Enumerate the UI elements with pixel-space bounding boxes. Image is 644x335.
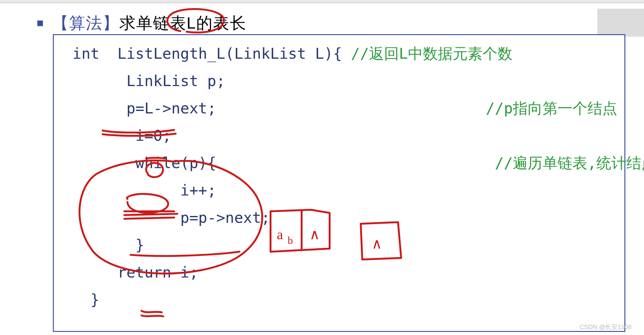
slide-title: 【算法】求单链表L的表长 — [52, 12, 247, 34]
bullet-icon — [37, 21, 43, 26]
title-bracket-open: 【 — [52, 14, 69, 32]
code-line-1-kw: int — [72, 45, 100, 62]
code-box: int ListLength_L(LinkList L){ //返回L中数据元素… — [53, 34, 625, 332]
code-line-7: p=p->next; — [72, 209, 270, 226]
corner-thumbnail — [597, 9, 644, 37]
code-line-1-name: ListLength_L(LinkList L){ — [100, 45, 351, 62]
code-line-3: p=L->next; — [72, 99, 486, 117]
slide-page: 【算法】求单链表L的表长 int ListLength_L(LinkList L… — [0, 0, 644, 335]
watermark: CSDN @长安1108 — [580, 323, 632, 331]
title-row: 【算法】求单链表L的表长 — [37, 12, 247, 34]
code-line-4: i=0; — [72, 127, 171, 144]
title-text: 求单链表L的表长 — [119, 14, 247, 32]
code-line-8: } — [72, 236, 144, 254]
code-line-3-comment: //p指向第一个结点 — [486, 99, 617, 117]
code-block: int ListLength_L(LinkList L){ //返回L中数据元素… — [72, 40, 644, 313]
code-line-2: LinkList p; — [72, 72, 225, 89]
top-rule — [0, 0, 644, 3]
code-line-9: return i; — [72, 264, 198, 281]
title-bracket-close: 】 — [103, 14, 119, 32]
code-line-5-comment: //遍历单链表,统计结点数 — [495, 154, 644, 172]
code-line-1-comment: //返回L中数据元素个数 — [351, 45, 512, 62]
code-line-5: while(p){ — [72, 154, 495, 172]
code-line-6: i++; — [72, 181, 216, 199]
title-algorithm: 算法 — [69, 14, 103, 32]
code-line-10: } — [72, 291, 100, 308]
